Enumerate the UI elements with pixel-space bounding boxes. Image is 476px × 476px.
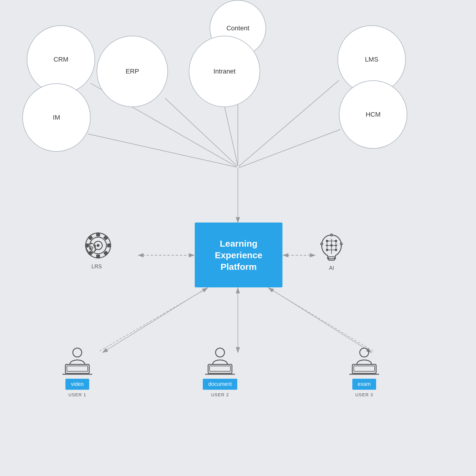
user-3-tag: exam xyxy=(352,379,376,390)
svg-rect-23 xyxy=(108,244,111,247)
svg-line-8 xyxy=(238,80,339,167)
svg-rect-32 xyxy=(90,243,92,244)
ai-brain-icon xyxy=(315,231,348,263)
svg-line-7 xyxy=(224,107,238,166)
user-2-group: document USER 2 xyxy=(202,347,238,397)
svg-line-17 xyxy=(100,288,208,351)
ai-icon-group: AI xyxy=(315,231,348,271)
user-1-label: USER 1 xyxy=(68,392,86,397)
user-2-label: USER 2 xyxy=(211,392,229,397)
svg-rect-63 xyxy=(210,366,230,371)
user-1-tag: video xyxy=(65,379,89,390)
svg-point-65 xyxy=(360,348,369,357)
svg-rect-21 xyxy=(97,233,100,236)
svg-rect-25 xyxy=(97,255,100,258)
diagram: Content CRM ERP Intranet LMS IM HCM Lear… xyxy=(0,0,476,476)
circle-intranet: Intranet xyxy=(189,36,260,107)
circle-im: IM xyxy=(22,83,91,152)
user-2-tag: document xyxy=(203,379,237,390)
lrs-label: LRS xyxy=(91,264,102,270)
svg-rect-28 xyxy=(88,236,92,240)
user-1-group: video USER 1 xyxy=(59,347,95,397)
svg-rect-59 xyxy=(67,366,88,371)
svg-line-16 xyxy=(268,287,372,353)
svg-line-9 xyxy=(88,134,237,167)
svg-line-6 xyxy=(165,98,237,166)
svg-line-19 xyxy=(268,288,373,351)
svg-rect-67 xyxy=(354,366,375,371)
svg-line-10 xyxy=(239,129,340,168)
svg-point-49 xyxy=(330,244,333,247)
svg-point-51 xyxy=(335,249,337,251)
user-1-icon xyxy=(59,347,95,376)
circle-hcm: HCM xyxy=(339,80,407,149)
svg-point-61 xyxy=(216,348,224,357)
svg-point-53 xyxy=(335,245,337,246)
svg-rect-22 xyxy=(104,236,108,240)
svg-point-52 xyxy=(326,245,328,246)
lep-box: Learning Experience Platform xyxy=(195,223,282,287)
svg-point-30 xyxy=(97,244,100,247)
lrs-gear-icon xyxy=(80,229,113,262)
circle-erp: ERP xyxy=(97,36,168,107)
svg-point-39 xyxy=(90,248,92,249)
svg-rect-24 xyxy=(104,251,108,255)
user-3-group: exam USER 3 xyxy=(346,347,382,397)
svg-point-57 xyxy=(73,348,82,357)
user-3-label: USER 3 xyxy=(355,392,373,397)
ai-label: AI xyxy=(329,265,334,271)
svg-point-47 xyxy=(326,240,328,242)
lrs-icon-group: LRS xyxy=(80,229,113,270)
svg-rect-35 xyxy=(90,252,92,253)
svg-line-14 xyxy=(103,287,208,353)
user-3-icon xyxy=(346,347,382,376)
svg-point-50 xyxy=(326,249,328,251)
user-2-icon xyxy=(202,347,238,376)
svg-point-48 xyxy=(335,240,337,242)
